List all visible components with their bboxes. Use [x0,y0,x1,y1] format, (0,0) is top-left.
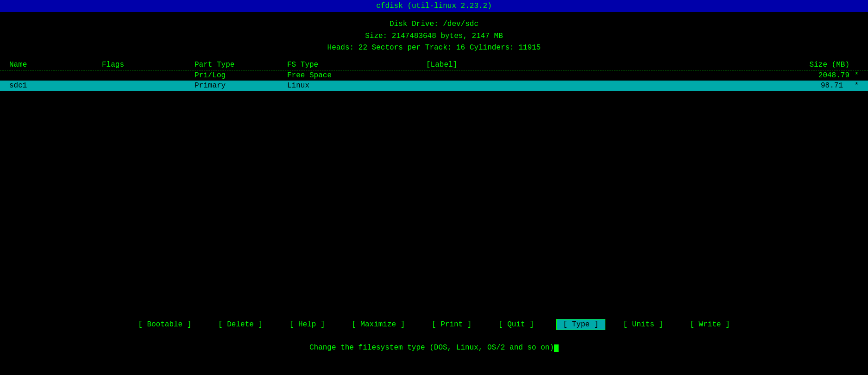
disk-info-line1: Disk Drive: /dev/sdc [0,19,868,31]
menu-item-help[interactable]: [ Help ] [285,320,334,329]
partition-flags [102,81,195,90]
menu-item-units[interactable]: [ Units ] [619,320,672,329]
free-space-label [426,71,611,80]
free-space-name [9,71,102,80]
free-space-flags [102,71,195,80]
free-space-fstype: Free Space [287,71,426,80]
status-bar: Change the filesystem type (DOS, Linux, … [0,344,868,352]
disk-info-line2: Size: 2147483648 bytes, 2147 MB [0,31,868,43]
free-space-row: Pri/Log Free Space 2048.79 * [0,70,868,81]
bottom-menu: [ Bootable ] [ Delete ] [ Help ] [ Maxim… [0,320,868,329]
col-header-size: Size (MB) [611,61,859,69]
menu-item-write[interactable]: [ Write ] [686,320,735,329]
menu-item-print[interactable]: [ Print ] [427,320,480,329]
status-message: Change the filesystem type (DOS, Linux, … [309,344,554,352]
cursor [554,344,559,352]
menu-separator-7 [610,320,615,329]
partition-label [426,81,611,90]
menu-separator-6 [547,320,552,329]
menu-separator-1 [205,320,209,329]
col-header-flags: Flags [102,61,195,69]
cfdisk-screen: cfdisk (util-linux 2.23.2) Disk Drive: /… [0,0,868,375]
menu-separator-8 [677,320,681,329]
partition-table: Name Flags Part Type FS Type [Label] Siz… [0,61,868,91]
disk-info: Disk Drive: /dev/sdc Size: 2147483648 by… [0,19,868,54]
title-text: cfdisk (util-linux 2.23.2) [376,2,492,10]
table-header-row: Name Flags Part Type FS Type [Label] Siz… [0,61,868,69]
partition-row-sdc1[interactable]: sdc1 Primary Linux 98.71 * [0,81,868,91]
menu-item-bootable[interactable]: [ Bootable ] [134,320,201,329]
menu-separator-3 [338,320,343,329]
partition-size: 98.71 [611,81,852,90]
partition-fstype: Linux [287,81,426,90]
menu-separator-5 [485,320,490,329]
col-header-label: [Label] [426,61,611,69]
menu-separator-2 [276,320,281,329]
partition-name: sdc1 [9,81,102,90]
title-bar: cfdisk (util-linux 2.23.2) [0,0,868,12]
menu-item-quit[interactable]: [ Quit ] [494,320,543,329]
menu-item-type[interactable]: [ Type ] [556,319,605,330]
disk-info-line3: Heads: 22 Sectors per Track: 16 Cylinder… [0,42,868,54]
partition-star: * [852,81,859,90]
col-header-name: Name [9,61,102,69]
menu-item-maximize[interactable]: [ Maximize ] [347,320,414,329]
col-header-fstype: FS Type [287,61,426,69]
col-header-parttype: Part Type [195,61,287,69]
free-space-star: * [852,71,859,80]
menu-item-delete[interactable]: [ Delete ] [214,320,271,329]
menu-separator-4 [418,320,423,329]
free-space-parttype: Pri/Log [195,71,287,80]
free-space-size: 2048.79 [611,71,852,80]
partition-parttype: Primary [195,81,287,90]
